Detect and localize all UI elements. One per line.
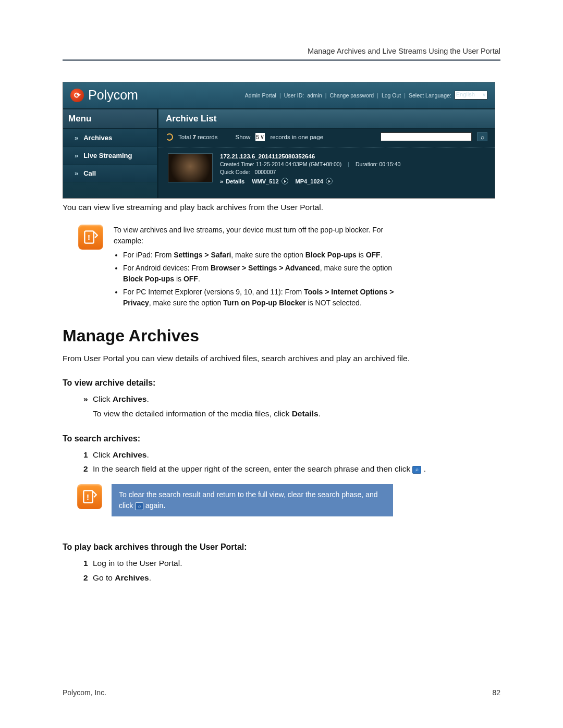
chevron-right-icon: » bbox=[75, 152, 78, 159]
step: 1Click Archives. bbox=[83, 449, 500, 462]
refresh-icon[interactable] bbox=[166, 133, 173, 141]
svg-text:!: ! bbox=[87, 492, 89, 501]
chevron-right-icon: » bbox=[75, 134, 78, 142]
archive-thumbnail[interactable] bbox=[168, 153, 213, 182]
archive-filename: 172.21.123.6_20141125080352646 bbox=[220, 153, 487, 159]
running-header: Manage Archives and Live Streams Using t… bbox=[63, 47, 500, 55]
chevron-down-icon: ∨ bbox=[260, 133, 264, 140]
step: »Click Archives. bbox=[83, 393, 500, 406]
note-icon: ! bbox=[77, 484, 102, 509]
step: 1Log in to the User Portal. bbox=[83, 557, 500, 570]
user-portal-screenshot: ⟳ Polycom Admin Portal | User ID: admin … bbox=[63, 82, 495, 199]
main-panel: Archive List Total 7 records Show 5 ∨ re… bbox=[157, 109, 495, 198]
language-select[interactable]: English ∨ bbox=[455, 91, 487, 100]
logout-link[interactable]: Log Out bbox=[382, 92, 401, 98]
header-rule bbox=[63, 59, 500, 61]
step-note: To view the detailed information of the … bbox=[93, 408, 500, 421]
top-links: Admin Portal | User ID: admin | Change p… bbox=[245, 91, 487, 100]
user-id-value: admin bbox=[307, 92, 322, 98]
sidebar-item-label: Archives bbox=[83, 134, 112, 142]
callout-clear-search: ! To clear the search result and return … bbox=[77, 484, 500, 516]
note-popup-blocker: ! To view archives and live streams, you… bbox=[78, 225, 500, 311]
admin-portal-link[interactable]: Admin Portal bbox=[245, 92, 276, 98]
search-input[interactable] bbox=[381, 132, 472, 141]
note-item: For iPad: From Settings > Safari, make s… bbox=[123, 250, 406, 261]
sidebar-item-call[interactable]: » Call bbox=[63, 165, 157, 182]
chevron-right-icon: » bbox=[75, 169, 78, 177]
heading-playback: To play back archives through the User P… bbox=[63, 542, 500, 552]
footer-company: Polycom, Inc. bbox=[63, 688, 106, 697]
search-icon: ⌕ bbox=[412, 466, 421, 474]
records-toolbar: Total 7 records Show 5 ∨ records in one … bbox=[158, 129, 495, 148]
mp4-play-link[interactable]: MP4_1024 bbox=[296, 178, 333, 184]
sidebar: Menu » Archives » Live Streaming » Call bbox=[63, 109, 157, 198]
search-icon: ⌕ bbox=[135, 502, 143, 510]
sidebar-item-archives[interactable]: » Archives bbox=[63, 129, 157, 147]
intro-paragraph: You can view live streaming and play bac… bbox=[63, 202, 500, 213]
note-icon: ! bbox=[78, 225, 103, 250]
brand: ⟳ Polycom bbox=[70, 88, 138, 103]
page-size-select[interactable]: 5 ∨ bbox=[255, 133, 265, 141]
menu-title: Menu bbox=[63, 109, 157, 129]
search-button[interactable]: ⌕ bbox=[477, 132, 487, 141]
note-item: For Android devices: From Browser > Sett… bbox=[123, 263, 406, 285]
language-label: Select Language: bbox=[409, 92, 451, 98]
brand-text: Polycom bbox=[88, 88, 138, 103]
step: 2In the search field at the upper right … bbox=[83, 463, 500, 476]
note-item: For PC Internet Explorer (versions 9, 10… bbox=[123, 287, 406, 309]
page-footer: Polycom, Inc. 82 bbox=[63, 688, 500, 697]
chevron-right-icon: » bbox=[220, 178, 223, 184]
sidebar-item-label: Call bbox=[83, 169, 96, 177]
chevron-down-icon: ∨ bbox=[476, 92, 486, 97]
manage-archives-desc: From User Portal you can view details of… bbox=[63, 353, 500, 364]
svg-text:!: ! bbox=[88, 233, 90, 242]
user-id-label: User ID: bbox=[284, 92, 304, 98]
change-password-link[interactable]: Change password bbox=[330, 92, 374, 98]
heading-search-archives: To search archives: bbox=[63, 434, 500, 443]
search-icon: ⌕ bbox=[481, 133, 484, 141]
wmv-play-link[interactable]: WMV_512 bbox=[252, 178, 288, 184]
play-icon bbox=[282, 178, 288, 184]
portal-topbar: ⟳ Polycom Admin Portal | User ID: admin … bbox=[63, 82, 495, 109]
play-icon bbox=[326, 178, 333, 184]
heading-manage-archives: Manage Archives bbox=[63, 326, 500, 346]
heading-view-details: To view archive details: bbox=[63, 378, 500, 388]
step: 2Go to Archives. bbox=[83, 572, 500, 585]
note-intro: To view archives and live streams, your … bbox=[114, 225, 406, 246]
footer-page-number: 82 bbox=[492, 688, 500, 697]
sidebar-item-label: Live Streaming bbox=[83, 152, 132, 159]
panel-title: Archive List bbox=[158, 109, 495, 129]
archive-list-item: 172.21.123.6_20141125080352646 Created T… bbox=[158, 148, 495, 191]
details-link[interactable]: » Details bbox=[220, 178, 244, 184]
sidebar-item-live-streaming[interactable]: » Live Streaming bbox=[63, 147, 157, 165]
polycom-logo-icon: ⟳ bbox=[70, 89, 84, 102]
